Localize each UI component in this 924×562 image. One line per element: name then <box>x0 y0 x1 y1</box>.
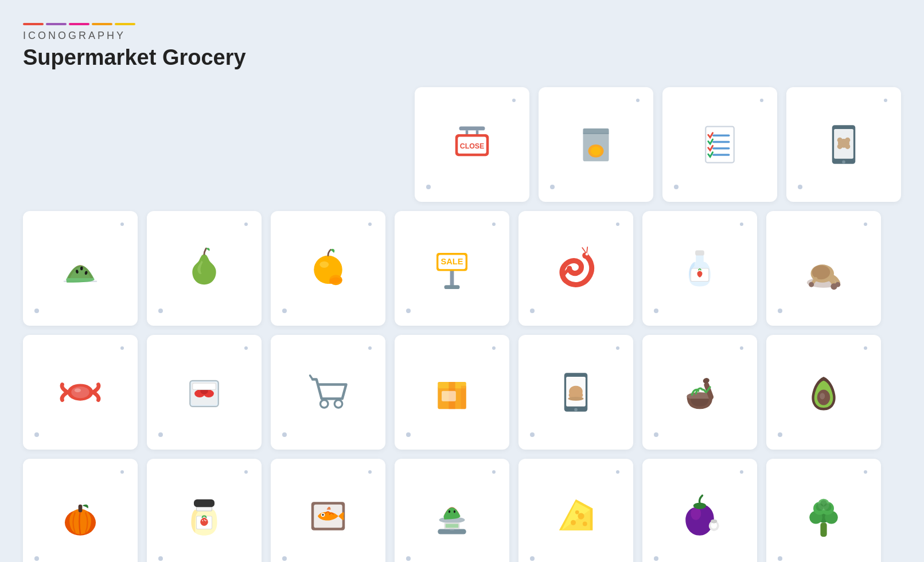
icon-orange <box>271 211 385 326</box>
icon-watermelon-scale <box>395 459 509 562</box>
shopping-cart-svg <box>302 366 354 418</box>
watermelon-svg <box>54 243 106 294</box>
icon-sale-sign: SALE <box>395 211 509 326</box>
svg-rect-0 <box>459 127 485 131</box>
icon-checklist <box>662 87 777 202</box>
icon-row-2: SALE <box>23 211 901 326</box>
svg-point-107 <box>711 520 717 524</box>
meat-package-svg <box>178 366 230 418</box>
logo-bars <box>23 23 135 25</box>
svg-point-104 <box>691 507 701 520</box>
logo-bar-5 <box>115 23 135 25</box>
icon-avocado <box>766 335 881 450</box>
svg-rect-68 <box>442 391 456 401</box>
svg-point-47 <box>812 265 831 279</box>
svg-point-22 <box>837 144 843 149</box>
icon-shrimp <box>518 211 633 326</box>
svg-rect-7 <box>583 128 609 134</box>
close-sign-svg: CLOSE <box>446 119 498 170</box>
svg-rect-1 <box>466 130 469 134</box>
shrimp-svg <box>550 243 602 294</box>
svg-point-52 <box>75 388 81 392</box>
svg-rect-79 <box>79 505 83 513</box>
svg-point-21 <box>845 138 850 143</box>
svg-point-117 <box>820 500 826 506</box>
svg-rect-2 <box>476 130 479 134</box>
svg-point-49 <box>809 282 814 287</box>
bread-tablet-svg <box>550 366 602 418</box>
icon-roast-chicken <box>766 211 881 326</box>
broccoli-svg <box>798 490 849 542</box>
svg-rect-58 <box>193 383 216 389</box>
logo-bar-4 <box>92 23 112 25</box>
icon-jam-jar <box>147 459 262 562</box>
icon-pear <box>147 211 262 326</box>
pear-svg <box>178 243 230 294</box>
icon-pumpkin <box>23 459 138 562</box>
svg-point-75 <box>702 377 710 384</box>
svg-line-39 <box>587 247 587 252</box>
svg-point-71 <box>574 408 578 412</box>
box-svg <box>426 366 478 418</box>
svg-point-37 <box>586 253 588 256</box>
checklist-svg <box>694 119 746 170</box>
icon-meat-package <box>147 335 262 450</box>
pumpkin-svg <box>54 490 106 542</box>
svg-rect-31 <box>450 270 454 288</box>
svg-text:SALE: SALE <box>441 257 463 266</box>
icon-meat-tablet <box>786 87 901 202</box>
jam-jar-svg <box>178 490 230 542</box>
header: ICONOGRAPHY Supermarket Grocery <box>23 23 901 70</box>
icon-bread-tablet <box>518 335 633 450</box>
icon-broccoli <box>766 459 881 562</box>
mortar-pestle-svg <box>674 366 726 418</box>
sauce-bottle-svg <box>674 243 726 294</box>
icon-mortar-pestle <box>642 335 757 450</box>
icon-row-1: CLOSE <box>23 87 901 202</box>
svg-point-77 <box>820 393 825 399</box>
icon-sauce-bottle <box>642 211 757 326</box>
svg-rect-108 <box>820 522 826 537</box>
sale-sign-svg: SALE <box>426 243 478 294</box>
icon-watermelon <box>23 211 138 326</box>
svg-point-29 <box>319 262 329 268</box>
svg-rect-67 <box>461 386 466 409</box>
fish-frame-svg <box>302 490 354 542</box>
icon-candy <box>23 335 138 450</box>
avocado-svg <box>798 366 849 418</box>
icon-shopping-cart <box>271 335 385 450</box>
brand-name: ICONOGRAPHY <box>23 30 901 42</box>
svg-point-89 <box>322 514 323 516</box>
svg-line-38 <box>582 248 586 252</box>
svg-point-23 <box>845 144 850 149</box>
svg-point-51 <box>71 387 89 398</box>
svg-point-61 <box>334 400 342 408</box>
icon-box <box>395 335 509 450</box>
cheese-svg <box>550 490 602 542</box>
orange-svg <box>302 243 354 294</box>
icon-close-sign: CLOSE <box>415 87 529 202</box>
svg-rect-40 <box>696 254 704 263</box>
svg-rect-32 <box>445 285 460 289</box>
roast-chicken-svg <box>798 243 849 294</box>
icon-row-4 <box>23 459 901 562</box>
logo-bar-3 <box>69 23 89 25</box>
page-title: Supermarket Grocery <box>23 45 901 70</box>
watermelon-scale-svg <box>426 490 478 542</box>
svg-point-20 <box>837 138 843 143</box>
svg-point-46 <box>835 282 840 287</box>
icon-eggplant <box>642 459 757 562</box>
svg-rect-81 <box>194 499 215 508</box>
candy-svg <box>54 366 106 418</box>
svg-point-10 <box>591 146 601 155</box>
logo-bar-2 <box>46 23 67 25</box>
brand-area <box>23 23 901 25</box>
powder-box-svg <box>570 119 622 170</box>
svg-line-62 <box>310 376 313 380</box>
icon-row-3 <box>23 335 901 450</box>
svg-rect-94 <box>446 524 459 528</box>
icon-cheese <box>518 459 633 562</box>
svg-point-102 <box>575 510 579 514</box>
svg-point-36 <box>582 252 588 259</box>
meat-tablet-svg <box>818 119 870 170</box>
